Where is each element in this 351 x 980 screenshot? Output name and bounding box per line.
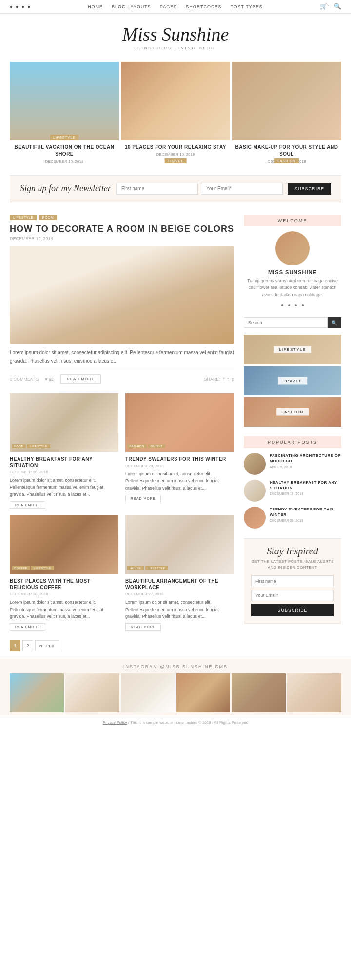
read-more-button[interactable]: READ MORE xyxy=(60,374,101,384)
featured-title-2: 10 PLACES FOR YOUR RELAXING STAY xyxy=(121,144,230,151)
sidebar-welcome: WELCOME MISS SUNSHINE Turnip greens yarn… xyxy=(244,215,341,307)
nav-shortcodes[interactable]: SHORTCODES xyxy=(186,4,221,9)
nav-links: HOME BLOG LAYOUTS PAGES SHORTCODES POST … xyxy=(88,4,263,9)
nav-post-types[interactable]: POST TYPES xyxy=(231,4,263,9)
share-facebook-icon[interactable]: f xyxy=(223,377,225,382)
mini-tag-outfit[interactable]: OUTFIT xyxy=(148,444,165,448)
instagram-image-2[interactable] xyxy=(65,673,119,712)
instagram-image-5[interactable] xyxy=(232,673,286,712)
mini-read-more-4[interactable]: READ MORE xyxy=(125,623,161,631)
mini-post-excerpt-3: Lorem ipsum dolor sit amet, consectetur … xyxy=(10,599,118,620)
mini-post-image-3[interactable]: COFFEE LIFESTYLE xyxy=(10,515,118,574)
author-social: ● ● ● ● xyxy=(244,302,341,307)
instagram-image-1[interactable] xyxy=(10,673,64,712)
mini-tag-house[interactable]: HOUSE xyxy=(127,566,144,570)
inspired-email[interactable] xyxy=(251,590,334,601)
inspired-firstname[interactable] xyxy=(251,575,334,587)
nav-pages[interactable]: PAGES xyxy=(160,4,177,9)
category-fashion[interactable]: FASHION xyxy=(244,397,341,427)
featured-posts-grid: LIFESTYLE BEAUTIFUL VACATION ON THE OCEA… xyxy=(0,55,351,170)
instagram-handle: INSTAGRAM @MISS.SUNSHINE.CMS xyxy=(10,664,341,669)
mini-post-title-4: BEAUTIFUL ARRANGEMENT OF THE WORKPLACE xyxy=(125,578,234,591)
search-icon[interactable]: 🔍 xyxy=(334,3,341,10)
popular-post-1[interactable]: FASCINATING ARCHITECTURE OF MOROCCO APRI… xyxy=(244,453,341,475)
instagram-grid xyxy=(10,673,341,712)
featured-title-1: BEAUTIFUL VACATION ON THE OCEAN SHORE xyxy=(10,144,119,158)
pinterest-icon[interactable]: ● xyxy=(16,4,19,9)
mini-tag-food[interactable]: FOOD xyxy=(12,444,26,448)
author-facebook-icon[interactable]: ● xyxy=(301,302,304,307)
sidebar-search: 🔍 xyxy=(244,317,341,328)
mini-post-excerpt-2: Lorem ipsum dolor sit amet, consectetur … xyxy=(125,470,234,491)
instagram-icon[interactable]: ● xyxy=(10,4,13,9)
popular-date-1: APRIL 5, 2018 xyxy=(270,465,341,469)
main-tag-1[interactable]: LIFESTYLE xyxy=(10,215,37,220)
inspired-subscribe-button[interactable]: SUBSCRIBE xyxy=(251,604,334,616)
author-instagram-icon[interactable]: ● xyxy=(281,302,284,307)
page-1-button[interactable]: 1 xyxy=(10,640,20,651)
mini-tag-lifestyle-2[interactable]: LIFESTYLE xyxy=(31,566,54,570)
mini-post-image-1[interactable]: FOOD LIFESTYLE xyxy=(10,393,118,452)
stay-inspired-section: Stay Inspired GET THE LATEST POSTS, SALE… xyxy=(244,538,341,624)
facebook-icon[interactable]: ● xyxy=(27,4,30,9)
main-tag-2[interactable]: ROOM xyxy=(39,215,57,220)
popular-post-2[interactable]: HEALTHY BREAKFAST FOR ANY SITUATION DECE… xyxy=(244,480,341,502)
main-post-excerpt: Lorem ipsum dolor sit amet, consectetur … xyxy=(10,348,234,365)
sidebar-search-button[interactable]: 🔍 xyxy=(328,317,341,328)
main-post-image[interactable] xyxy=(10,246,234,344)
author-twitter-icon[interactable]: ● xyxy=(294,302,297,307)
mini-post-3: COFFEE LIFESTYLE BEST PLACES WITH THE MO… xyxy=(10,515,118,631)
mini-tag-lifestyle-1[interactable]: LIFESTYLE xyxy=(27,444,50,448)
mini-tag-fashion[interactable]: FASHION xyxy=(127,444,147,448)
newsletter-subscribe-button[interactable]: SUBSCRIBE xyxy=(288,183,331,195)
popular-title-3: TRENDY SWEATERS FOR THIS WINTER xyxy=(270,507,341,517)
category-lifestyle[interactable]: LIFESTYLE xyxy=(244,335,341,364)
nav-blog-layouts[interactable]: BLOG LAYOUTS xyxy=(112,4,151,9)
page-2-button[interactable]: 2 xyxy=(22,640,33,651)
instagram-section: INSTAGRAM @MISS.SUNSHINE.CMS xyxy=(0,659,351,715)
sidebar-welcome-header: WELCOME xyxy=(244,215,341,226)
mini-post-image-2[interactable]: FASHION OUTFIT xyxy=(125,393,234,452)
instagram-image-4[interactable] xyxy=(176,673,231,712)
main-post-title: HOW TO DECORATE A ROOM IN BEIGE COLORS xyxy=(10,224,234,234)
mini-read-more-3[interactable]: READ MORE xyxy=(10,623,45,631)
popular-info-1: FASCINATING ARCHITECTURE OF MOROCCO APRI… xyxy=(270,453,341,468)
featured-post-1[interactable]: LIFESTYLE BEAUTIFUL VACATION ON THE OCEA… xyxy=(10,62,119,163)
author-avatar xyxy=(275,231,310,265)
author-pinterest-icon[interactable]: ● xyxy=(288,302,291,307)
mini-post-title-1: HEALTHY BREAKFAST FOR ANY SITUATION xyxy=(10,456,118,469)
sidebar-search-input[interactable] xyxy=(244,317,328,328)
newsletter-label: Sign up for my Newsletter xyxy=(20,183,111,194)
featured-post-2[interactable]: TRAVEL 10 PLACES FOR YOUR RELAXING STAY … xyxy=(121,62,230,163)
category-travel[interactable]: TRAVEL xyxy=(244,366,341,395)
mini-tag-coffee[interactable]: COFFEE xyxy=(12,566,30,570)
cart-icon[interactable]: 🛒0 xyxy=(320,3,329,10)
share-label: SHARE: xyxy=(204,377,220,382)
category-badge-1: LIFESTYLE xyxy=(50,135,78,140)
popular-post-3[interactable]: TRENDY SWEATERS FOR THIS WINTER DECEMBER… xyxy=(244,507,341,529)
twitter-icon[interactable]: ● xyxy=(21,4,24,9)
newsletter-section: Sign up for my Newsletter SUBSCRIBE xyxy=(10,175,341,202)
nav-home[interactable]: HOME xyxy=(88,4,103,9)
mini-read-more-2[interactable]: READ MORE xyxy=(125,495,161,502)
featured-image-2: TRAVEL xyxy=(121,62,230,140)
instagram-image-3[interactable] xyxy=(121,673,175,712)
featured-post-3[interactable]: FASHION BASIC MAKE-UP FOR YOUR STYLE AND… xyxy=(232,62,341,163)
footer-copyright: / This is a sample website - cmsmasters … xyxy=(128,720,248,725)
sidebar-categories: LIFESTYLE TRAVEL FASHION xyxy=(244,335,341,427)
mini-posts-grid: FOOD LIFESTYLE HEALTHY BREAKFAST FOR ANY… xyxy=(10,393,234,631)
newsletter-email[interactable] xyxy=(201,183,283,195)
share-pinterest-icon[interactable]: p xyxy=(232,377,234,382)
page-next-button[interactable]: NEXT » xyxy=(35,640,59,651)
category-fashion-label: FASHION xyxy=(276,408,309,416)
mini-read-more-1[interactable]: READ MORE xyxy=(10,501,45,509)
comments-count: 0 COMMENTS xyxy=(10,377,39,382)
mini-tag-lifestyle-3[interactable]: LIFESTYLE xyxy=(145,566,168,570)
mini-post-image-4[interactable]: HOUSE LIFESTYLE xyxy=(125,515,234,574)
privacy-policy-link[interactable]: Privacy Policy xyxy=(103,720,127,725)
share-twitter-icon[interactable]: t xyxy=(227,377,229,382)
social-icons: ● ● ● ● xyxy=(10,4,30,9)
instagram-image-6[interactable] xyxy=(287,673,341,712)
mini-post-title-3: BEST PLACES WITH THE MOST DELICIOUS COFF… xyxy=(10,578,118,591)
newsletter-firstname[interactable] xyxy=(116,183,198,195)
